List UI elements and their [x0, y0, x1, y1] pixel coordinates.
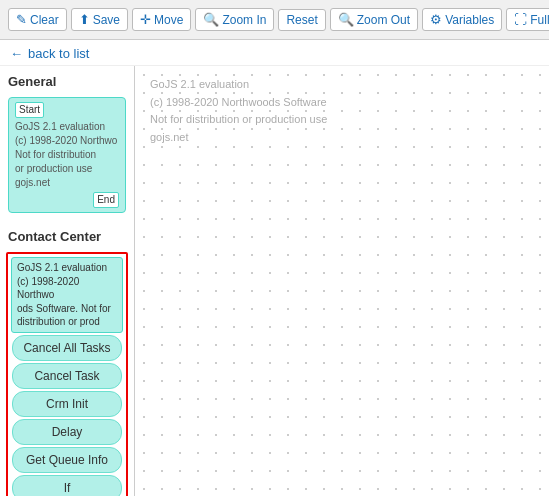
fullscreen-label: Fullscreen	[530, 13, 549, 27]
watermark-line3: Not for distribution or production use	[150, 111, 327, 129]
cc-scroll-area[interactable]: GoJS 2.1 evaluation (c) 1998-2020 Northw…	[6, 252, 128, 496]
zoom-in-icon: 🔍	[203, 12, 219, 27]
delay-button[interactable]: Delay	[12, 419, 122, 445]
start-label: Start	[15, 102, 44, 118]
save-button[interactable]: ⬆ Save	[71, 8, 128, 31]
contact-center-section-title: Contact Center	[0, 221, 134, 248]
variables-icon: ⚙	[430, 12, 442, 27]
cancel-task-button[interactable]: Cancel Task	[12, 363, 122, 389]
save-label: Save	[93, 13, 120, 27]
general-line-2: (c) 1998-2020 Northwo	[15, 134, 119, 148]
zoom-out-button[interactable]: 🔍 Zoom Out	[330, 8, 418, 31]
cc-top-line1: GoJS 2.1 evaluation	[17, 261, 117, 275]
zoom-out-icon: 🔍	[338, 12, 354, 27]
general-line-4: or production use	[15, 162, 119, 176]
clear-icon: ✎	[16, 12, 27, 27]
fullscreen-button[interactable]: ⛶ Fullscreen	[506, 8, 549, 31]
toolbar: ✎ Clear ⬆ Save ✛ Move 🔍 Zoom In Reset 🔍 …	[0, 0, 549, 40]
clear-label: Clear	[30, 13, 59, 27]
cancel-all-tasks-button[interactable]: Cancel All Tasks	[12, 335, 122, 361]
crm-init-button[interactable]: Crm Init	[12, 391, 122, 417]
cc-top-line2: (c) 1998-2020 Northwo	[17, 275, 117, 302]
move-label: Move	[154, 13, 183, 27]
reset-button[interactable]: Reset	[278, 9, 325, 31]
variables-label: Variables	[445, 13, 494, 27]
zoom-out-label: Zoom Out	[357, 13, 410, 27]
move-icon: ✛	[140, 12, 151, 27]
canvas-watermark: GoJS 2.1 evaluation (c) 1998-2020 Northw…	[150, 76, 327, 146]
zoom-in-label: Zoom In	[222, 13, 266, 27]
cc-top-line3: ods Software. Not for	[17, 302, 117, 316]
if-button[interactable]: If	[12, 475, 122, 497]
cc-top-block: GoJS 2.1 evaluation (c) 1998-2020 Northw…	[11, 257, 123, 333]
general-line-5: gojs.net	[15, 176, 119, 190]
watermark-line1: GoJS 2.1 evaluation	[150, 76, 327, 94]
zoom-in-button[interactable]: 🔍 Zoom In	[195, 8, 274, 31]
general-section-title: General	[0, 66, 134, 93]
main-content: General Start GoJS 2.1 evaluation (c) 19…	[0, 66, 549, 496]
canvas-area: GoJS 2.1 evaluation (c) 1998-2020 Northw…	[135, 66, 549, 496]
fullscreen-icon: ⛶	[514, 12, 527, 27]
move-button[interactable]: ✛ Move	[132, 8, 191, 31]
back-arrow-icon: ←	[10, 46, 23, 61]
clear-button[interactable]: ✎ Clear	[8, 8, 67, 31]
general-block: Start GoJS 2.1 evaluation (c) 1998-2020 …	[8, 97, 126, 213]
variables-button[interactable]: ⚙ Variables	[422, 8, 502, 31]
back-to-list-link[interactable]: ← back to list	[0, 40, 549, 66]
sidebar: General Start GoJS 2.1 evaluation (c) 19…	[0, 66, 135, 496]
cc-top-line4: distribution or prod	[17, 315, 117, 329]
back-link-label: back to list	[28, 46, 89, 61]
get-queue-info-button[interactable]: Get Queue Info	[12, 447, 122, 473]
watermark-line2: (c) 1998-2020 Northwoods Software	[150, 94, 327, 112]
save-icon: ⬆	[79, 12, 90, 27]
contact-center-list: GoJS 2.1 evaluation (c) 1998-2020 Northw…	[6, 252, 128, 496]
general-line-3: Not for distribution	[15, 148, 119, 162]
end-label: End	[93, 192, 119, 208]
reset-label: Reset	[286, 13, 317, 27]
watermark-line4: gojs.net	[150, 129, 327, 147]
general-line-1: GoJS 2.1 evaluation	[15, 120, 119, 134]
